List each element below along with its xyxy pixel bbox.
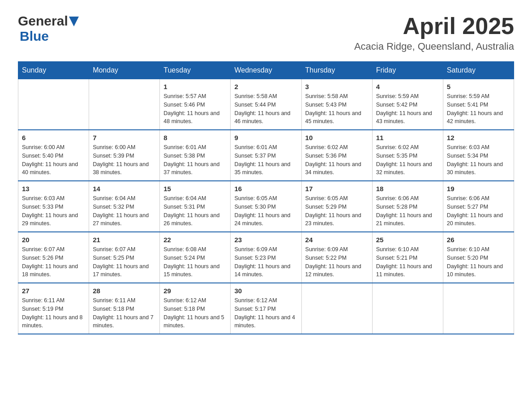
day-number: 21 [93, 236, 156, 244]
day-info: Sunrise: 6:00 AMSunset: 5:39 PMDaylight:… [93, 143, 156, 177]
day-number: 16 [234, 185, 297, 193]
day-number: 27 [22, 287, 85, 295]
calendar-week-row: 20Sunrise: 6:07 AMSunset: 5:26 PMDayligh… [18, 232, 514, 283]
calendar-cell: 29Sunrise: 6:12 AMSunset: 5:18 PMDayligh… [160, 283, 231, 334]
calendar-cell [443, 283, 514, 334]
day-number: 9 [234, 134, 297, 141]
calendar-cell: 9Sunrise: 6:01 AMSunset: 5:37 PMDaylight… [231, 130, 301, 181]
calendar-cell: 21Sunrise: 6:07 AMSunset: 5:25 PMDayligh… [89, 232, 160, 283]
calendar-cell: 27Sunrise: 6:11 AMSunset: 5:19 PMDayligh… [18, 283, 89, 334]
calendar-header-row: SundayMondayTuesdayWednesdayThursdayFrid… [18, 62, 514, 79]
location-title: Acacia Ridge, Queensland, Australia [354, 41, 514, 52]
calendar-cell: 5Sunrise: 5:59 AMSunset: 5:41 PMDaylight… [443, 79, 514, 130]
day-number: 18 [376, 185, 439, 193]
day-info: Sunrise: 6:05 AMSunset: 5:30 PMDaylight:… [234, 194, 297, 228]
day-info: Sunrise: 5:58 AMSunset: 5:44 PMDaylight:… [234, 92, 297, 126]
day-number: 29 [163, 287, 227, 295]
day-number: 3 [305, 83, 369, 90]
calendar-week-row: 27Sunrise: 6:11 AMSunset: 5:19 PMDayligh… [18, 283, 514, 334]
calendar-cell: 28Sunrise: 6:11 AMSunset: 5:18 PMDayligh… [89, 283, 160, 334]
calendar-cell: 14Sunrise: 6:04 AMSunset: 5:32 PMDayligh… [89, 181, 160, 232]
logo-triangle-icon [69, 17, 79, 26]
calendar-cell [301, 283, 372, 334]
title-block: April 2025 Acacia Ridge, Queensland, Aus… [354, 13, 514, 52]
calendar-cell: 19Sunrise: 6:06 AMSunset: 5:27 PMDayligh… [443, 181, 514, 232]
day-number: 23 [234, 236, 297, 244]
day-number: 30 [234, 287, 297, 295]
calendar-cell: 20Sunrise: 6:07 AMSunset: 5:26 PMDayligh… [18, 232, 89, 283]
calendar-cell: 26Sunrise: 6:10 AMSunset: 5:20 PMDayligh… [443, 232, 514, 283]
calendar-cell: 13Sunrise: 6:03 AMSunset: 5:33 PMDayligh… [18, 181, 89, 232]
day-number: 5 [447, 83, 510, 90]
day-number: 26 [447, 236, 510, 244]
day-number: 20 [22, 236, 85, 244]
day-info: Sunrise: 6:03 AMSunset: 5:33 PMDaylight:… [22, 194, 85, 228]
day-number: 6 [22, 134, 85, 141]
day-info: Sunrise: 6:09 AMSunset: 5:23 PMDaylight:… [234, 245, 297, 279]
month-title: April 2025 [354, 13, 514, 39]
day-info: Sunrise: 6:10 AMSunset: 5:21 PMDaylight:… [376, 245, 439, 279]
day-number: 4 [376, 83, 439, 90]
day-info: Sunrise: 5:58 AMSunset: 5:43 PMDaylight:… [305, 92, 369, 126]
day-info: Sunrise: 6:11 AMSunset: 5:18 PMDaylight:… [93, 296, 156, 330]
calendar-cell: 30Sunrise: 6:12 AMSunset: 5:17 PMDayligh… [231, 283, 301, 334]
day-number: 10 [305, 134, 369, 141]
calendar-cell: 2Sunrise: 5:58 AMSunset: 5:44 PMDaylight… [231, 79, 301, 130]
calendar-cell: 6Sunrise: 6:00 AMSunset: 5:40 PMDaylight… [18, 130, 89, 181]
calendar-week-row: 1Sunrise: 5:57 AMSunset: 5:46 PMDaylight… [18, 79, 514, 130]
day-number: 7 [93, 134, 156, 141]
day-info: Sunrise: 6:12 AMSunset: 5:18 PMDaylight:… [163, 296, 227, 330]
calendar-cell: 3Sunrise: 5:58 AMSunset: 5:43 PMDaylight… [301, 79, 372, 130]
day-number: 14 [93, 185, 156, 193]
calendar-cell: 24Sunrise: 6:09 AMSunset: 5:22 PMDayligh… [301, 232, 372, 283]
calendar-cell: 23Sunrise: 6:09 AMSunset: 5:23 PMDayligh… [231, 232, 301, 283]
day-info: Sunrise: 6:01 AMSunset: 5:38 PMDaylight:… [163, 143, 227, 177]
day-number: 28 [93, 287, 156, 295]
weekday-header-friday: Friday [372, 62, 443, 79]
calendar-cell: 8Sunrise: 6:01 AMSunset: 5:38 PMDaylight… [160, 130, 231, 181]
calendar-cell: 25Sunrise: 6:10 AMSunset: 5:21 PMDayligh… [372, 232, 443, 283]
calendar-cell [18, 79, 89, 130]
page-header: General Blue April 2025 Acacia Ridge, Qu… [18, 13, 514, 52]
logo: General Blue [18, 13, 79, 44]
calendar-cell: 11Sunrise: 6:02 AMSunset: 5:35 PMDayligh… [372, 130, 443, 181]
day-number: 1 [163, 83, 227, 90]
calendar-week-row: 13Sunrise: 6:03 AMSunset: 5:33 PMDayligh… [18, 181, 514, 232]
day-info: Sunrise: 6:10 AMSunset: 5:20 PMDaylight:… [447, 245, 510, 279]
svg-marker-0 [69, 17, 79, 26]
calendar-cell: 12Sunrise: 6:03 AMSunset: 5:34 PMDayligh… [443, 130, 514, 181]
weekday-header-thursday: Thursday [301, 62, 372, 79]
day-info: Sunrise: 5:59 AMSunset: 5:41 PMDaylight:… [447, 92, 510, 126]
day-info: Sunrise: 6:05 AMSunset: 5:29 PMDaylight:… [305, 194, 369, 228]
day-info: Sunrise: 6:04 AMSunset: 5:31 PMDaylight:… [163, 194, 227, 228]
day-info: Sunrise: 6:07 AMSunset: 5:25 PMDaylight:… [93, 245, 156, 279]
day-info: Sunrise: 6:08 AMSunset: 5:24 PMDaylight:… [163, 245, 227, 279]
day-number: 12 [447, 134, 510, 141]
day-info: Sunrise: 6:12 AMSunset: 5:17 PMDaylight:… [234, 296, 297, 330]
weekday-header-saturday: Saturday [443, 62, 514, 79]
calendar-cell [372, 283, 443, 334]
calendar-cell: 4Sunrise: 5:59 AMSunset: 5:42 PMDaylight… [372, 79, 443, 130]
calendar-cell [89, 79, 160, 130]
day-info: Sunrise: 6:11 AMSunset: 5:19 PMDaylight:… [22, 296, 85, 330]
day-number: 22 [163, 236, 227, 244]
day-info: Sunrise: 6:07 AMSunset: 5:26 PMDaylight:… [22, 245, 85, 279]
day-number: 15 [163, 185, 227, 193]
calendar-cell: 16Sunrise: 6:05 AMSunset: 5:30 PMDayligh… [231, 181, 301, 232]
day-info: Sunrise: 6:04 AMSunset: 5:32 PMDaylight:… [93, 194, 156, 228]
day-number: 25 [376, 236, 439, 244]
day-info: Sunrise: 6:01 AMSunset: 5:37 PMDaylight:… [234, 143, 297, 177]
logo-general-text: General [18, 13, 68, 29]
weekday-header-wednesday: Wednesday [231, 62, 301, 79]
day-info: Sunrise: 6:02 AMSunset: 5:35 PMDaylight:… [376, 143, 439, 177]
calendar-cell: 1Sunrise: 5:57 AMSunset: 5:46 PMDaylight… [160, 79, 231, 130]
day-number: 13 [22, 185, 85, 193]
weekday-header-tuesday: Tuesday [160, 62, 231, 79]
day-number: 24 [305, 236, 369, 244]
calendar-cell: 15Sunrise: 6:04 AMSunset: 5:31 PMDayligh… [160, 181, 231, 232]
calendar-cell: 10Sunrise: 6:02 AMSunset: 5:36 PMDayligh… [301, 130, 372, 181]
day-info: Sunrise: 6:02 AMSunset: 5:36 PMDaylight:… [305, 143, 369, 177]
calendar-table: SundayMondayTuesdayWednesdayThursdayFrid… [18, 61, 514, 334]
day-info: Sunrise: 6:00 AMSunset: 5:40 PMDaylight:… [22, 143, 85, 177]
weekday-header-monday: Monday [89, 62, 160, 79]
